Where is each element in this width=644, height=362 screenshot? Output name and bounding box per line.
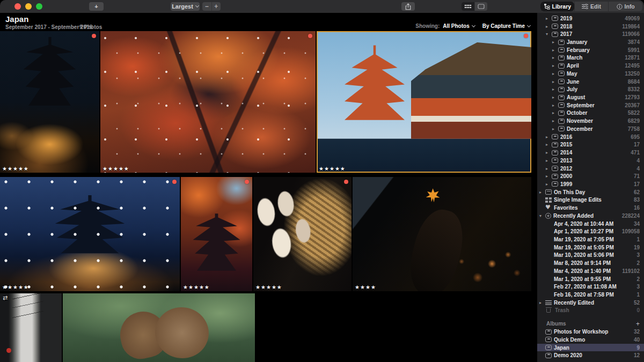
tree-item-april[interactable]: ▸April12495 — [537, 62, 644, 70]
tree-item-2016[interactable]: ▸2016695 — [537, 133, 644, 141]
tree-item-1999[interactable]: ▸199917 — [537, 180, 644, 188]
filter-bar: Showing: All Photos By Capture Time — [415, 23, 530, 29]
item-count: 12871 — [625, 55, 640, 61]
thumbnail-size-dropdown[interactable]: Largest — [171, 2, 200, 11]
photo-thumbnail-fabric-rolls-basket[interactable]: ★★★★★ — [253, 177, 352, 291]
disclosure-right-icon[interactable]: ▸ — [539, 190, 545, 195]
tree-item-recently-edited[interactable]: ▸Recently Edited52 — [537, 299, 644, 307]
tree-item-feb-16-2020-at-7-58-pm[interactable]: Feb 16, 2020 at 7:58 PM1 — [537, 291, 644, 299]
disclosure-right-icon[interactable]: ▸ — [539, 300, 545, 305]
tree-item-november[interactable]: ▸November6829 — [537, 117, 644, 125]
disclosure-right-icon[interactable]: ▸ — [546, 158, 552, 163]
tree-item-mar-19-2020-at-5-05-pm[interactable]: Mar 19, 2020 at 5:05 PM19 — [537, 243, 644, 252]
photo-thumbnail-autumn-pagoda[interactable]: ★★★★★ — [181, 177, 252, 291]
album-item-quick-demo[interactable]: Quick Demo40 — [537, 336, 644, 344]
add-album-button[interactable]: + — [636, 320, 640, 328]
single-view-button[interactable] — [474, 2, 488, 11]
zoom-window-button[interactable] — [36, 3, 42, 10]
album-item-japan[interactable]: Japan9 — [537, 344, 644, 352]
tree-item-feb-27-2020-at-11-08-am[interactable]: Feb 27, 2020 at 11:08 AM3 — [537, 283, 644, 291]
disclosure-right-icon[interactable]: ▸ — [552, 79, 558, 84]
tree-item-2000[interactable]: ▸200071 — [537, 172, 644, 180]
album-item-demo-2020[interactable]: Demo 202012 — [537, 351, 644, 359]
tree-item-2018[interactable]: ▸2018119864 — [537, 23, 644, 31]
album-item-photos-for-workshop[interactable]: Photos for Workshop32 — [537, 328, 644, 336]
tree-item-march[interactable]: ▸March12871 — [537, 54, 644, 62]
disclosure-right-icon[interactable]: ▸ — [552, 87, 558, 92]
tree-item-single-image-edits[interactable]: Single Image Edits83 — [537, 196, 644, 204]
tree-item-july[interactable]: ▸July8332 — [537, 85, 644, 93]
disclosure-right-icon[interactable]: ▸ — [552, 55, 558, 60]
tree-item-december[interactable]: ▸December7758 — [537, 125, 644, 133]
zoom-in-button[interactable]: + — [211, 2, 221, 11]
disclosure-down-icon[interactable]: ▾ — [546, 32, 552, 36]
tree-item-2017[interactable]: ▾2017119066 — [537, 30, 644, 38]
disclosure-right-icon[interactable]: ▸ — [546, 142, 552, 147]
disclosure-right-icon[interactable]: ▸ — [552, 119, 558, 123]
photo-thumbnail-kiyomizu-temple-day[interactable]: ★★★★★ — [317, 31, 531, 173]
tree-item-2014[interactable]: ▸2014471 — [537, 149, 644, 157]
photo-thumbnail-hand-holding-leaf[interactable]: ★★★★ — [353, 177, 531, 291]
sort-dropdown[interactable]: By Capture Time — [482, 23, 530, 29]
tab-library[interactable]: Library — [540, 2, 574, 11]
disclosure-right-icon[interactable]: ▸ — [546, 182, 552, 187]
disclosure-right-icon[interactable]: ▸ — [552, 110, 558, 115]
tree-item-october[interactable]: ▸October5822 — [537, 109, 644, 117]
disclosure-right-icon[interactable]: ▸ — [552, 40, 558, 45]
photo-thumbnail-two-deer[interactable] — [63, 293, 255, 362]
tree-item-2013[interactable]: ▸20134 — [537, 157, 644, 165]
tree-item-mar-1-2020-at-9-55-pm[interactable]: Mar 1, 2020 at 9:55 PM2 — [537, 275, 644, 283]
disclosure-right-icon[interactable]: ▸ — [552, 127, 558, 131]
disclosure-right-icon[interactable]: ▸ — [552, 63, 558, 68]
tree-item-may[interactable]: ▸May13250 — [537, 70, 644, 78]
photo-thumbnail-autumn-maple-leaves[interactable]: ★★★★★ — [100, 31, 316, 173]
tab-label: Edit — [590, 3, 601, 10]
tree-item-january[interactable]: ▸January3874 — [537, 38, 644, 46]
tree-item-february[interactable]: ▸February5991 — [537, 46, 644, 54]
tab-edit[interactable]: Edit — [574, 2, 609, 11]
grid-view-button[interactable] — [462, 2, 474, 11]
disclosure-right-icon[interactable]: ▸ — [552, 71, 558, 76]
tree-item-mar-4-2020-at-1-40-pm[interactable]: Mar 4, 2020 at 1:40 PM119102 — [537, 267, 644, 275]
tree-item-apr-4-2020-at-10-44-am[interactable]: Apr 4, 2020 at 10:44 AM34 — [537, 220, 644, 228]
add-button[interactable]: + — [89, 2, 104, 11]
disclosure-right-icon[interactable]: ▸ — [552, 103, 558, 108]
disclosure-right-icon[interactable]: ▸ — [546, 135, 552, 139]
tree-item-trash[interactable]: Trash0 — [537, 307, 644, 315]
tree-item-mar-10-2020-at-5-06-pm[interactable]: Mar 10, 2020 at 5:06 PM3 — [537, 252, 644, 260]
zoom-out-button[interactable]: − — [202, 2, 211, 11]
tab-info[interactable]: Info — [608, 2, 642, 11]
disclosure-right-icon[interactable]: ▸ — [546, 16, 552, 21]
photo-thumbnail-alley-with-wires[interactable]: ⇄ — [0, 293, 62, 362]
tree-item-favorites[interactable]: Favorites16 — [537, 204, 644, 212]
disclosure-right-icon[interactable]: ▸ — [546, 174, 552, 179]
disclosure-down-icon[interactable]: ▾ — [539, 213, 545, 218]
disclosure-right-icon[interactable]: ▸ — [546, 150, 552, 155]
heart-icon — [545, 205, 552, 211]
tree-item-2015[interactable]: ▸201517 — [537, 141, 644, 149]
disclosure-right-icon[interactable]: ▸ — [546, 24, 552, 29]
tree-item-2019[interactable]: ▸201949069 — [537, 14, 644, 23]
tree-item-apr-1-2020-at-10-27-pm[interactable]: Apr 1, 2020 at 10:27 PM109058 — [537, 227, 644, 235]
photo-thumbnail-snowy-night-street[interactable]: ★★★★★ — [0, 177, 180, 291]
disclosure-right-icon[interactable]: ▸ — [546, 166, 552, 171]
tree-item-mar-19-2020-at-7-05-pm[interactable]: Mar 19, 2020 at 7:05 PM1 — [537, 235, 644, 243]
tree-item-on-this-day[interactable]: ▸On This Day62 — [537, 188, 644, 196]
showing-filter-dropdown[interactable]: All Photos — [443, 23, 474, 29]
disclosure-right-icon[interactable]: ▸ — [552, 48, 558, 53]
share-button[interactable] — [401, 2, 415, 11]
item-label: April — [567, 63, 621, 69]
tree-item-august[interactable]: ▸August12793 — [537, 93, 644, 101]
tree-item-september[interactable]: ▸September20367 — [537, 101, 644, 109]
photo-thumbnail-yasaka-pagoda-night[interactable]: ★★★★★ — [0, 31, 99, 173]
box-icon — [558, 63, 565, 69]
tree-item-2012[interactable]: ▸20124 — [537, 165, 644, 173]
disclosure-right-icon[interactable]: ▸ — [552, 95, 558, 100]
tree-item-recently-added[interactable]: ▾Recently Added228224 — [537, 212, 644, 220]
tree-item-mar-8-2020-at-9-14-pm[interactable]: Mar 8, 2020 at 9:14 PM2 — [537, 259, 644, 267]
close-window-button[interactable] — [14, 3, 21, 10]
tree-item-june[interactable]: ▸June8684 — [537, 78, 644, 86]
item-count: 12495 — [625, 63, 640, 69]
item-label: Photos for Workshop — [554, 329, 631, 335]
minimize-window-button[interactable] — [25, 3, 32, 10]
